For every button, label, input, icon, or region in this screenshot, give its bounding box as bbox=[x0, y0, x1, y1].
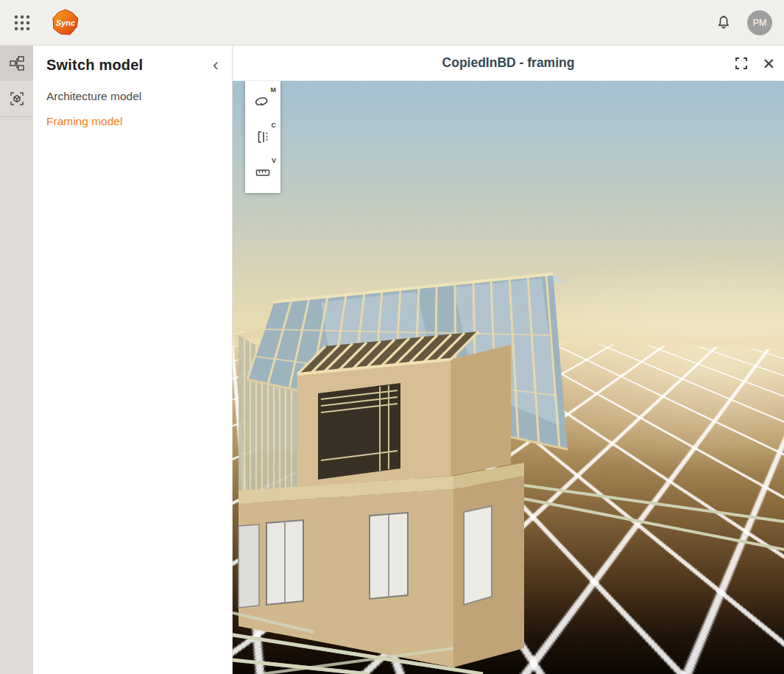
fullscreen-button[interactable] bbox=[734, 56, 749, 71]
measure-shortcut: V bbox=[272, 157, 276, 164]
sync-logo[interactable]: Sync bbox=[52, 9, 80, 37]
object-select-icon bbox=[9, 91, 25, 107]
bell-icon bbox=[715, 14, 732, 32]
measure-tool-button[interactable]: V bbox=[245, 155, 280, 190]
foreground-joists bbox=[233, 613, 483, 674]
rail-divider bbox=[0, 116, 33, 117]
notifications-button[interactable] bbox=[715, 14, 732, 32]
framing-model-3d bbox=[233, 81, 784, 674]
rail-model-tree-button[interactable] bbox=[0, 46, 33, 81]
ground-grid-plane bbox=[233, 113, 784, 356]
app-grid-icon bbox=[13, 14, 31, 32]
viewer-header: CopiedInBD - framing ✕ bbox=[233, 46, 784, 81]
chevron-left-icon: ‹ bbox=[213, 55, 219, 74]
fullscreen-icon bbox=[734, 56, 749, 71]
topbar: Sync PM bbox=[0, 0, 784, 46]
viewer-title: CopiedInBD - framing bbox=[442, 55, 575, 71]
panel-header: Switch model ‹ bbox=[33, 46, 232, 84]
horizon-haze bbox=[233, 336, 784, 348]
clip-section-tool-button[interactable]: C bbox=[245, 119, 280, 155]
left-rail bbox=[0, 46, 33, 674]
side-beams bbox=[520, 485, 784, 550]
sun-glow bbox=[398, 235, 784, 472]
clip-section-icon bbox=[255, 129, 271, 145]
switch-model-panel: Switch model ‹ Architecture model Framin… bbox=[33, 46, 233, 674]
avatar-initials: PM bbox=[753, 18, 767, 28]
collapse-panel-button[interactable]: ‹ bbox=[210, 56, 222, 74]
topbar-right: PM bbox=[715, 10, 784, 35]
orbit-icon bbox=[255, 94, 271, 110]
close-icon: ✕ bbox=[762, 56, 775, 71]
header-actions: ✕ bbox=[734, 46, 775, 81]
avatar[interactable]: PM bbox=[747, 10, 772, 35]
sidebar-item-framing-model[interactable]: Framing model bbox=[33, 109, 232, 134]
viewer-canvas[interactable]: M C V bbox=[233, 81, 784, 674]
lower-floor bbox=[239, 463, 524, 667]
back-wall-framing bbox=[239, 335, 297, 497]
close-viewer-button[interactable]: ✕ bbox=[762, 56, 775, 71]
viewer-toolbar: M C V bbox=[245, 81, 280, 193]
roof-framing bbox=[247, 274, 568, 449]
app-launcher-button[interactable] bbox=[7, 8, 37, 38]
ground-grid bbox=[233, 340, 784, 674]
sync-logo-icon: Sync bbox=[52, 9, 80, 37]
orbit-shortcut: M bbox=[271, 86, 277, 94]
main-area: CopiedInBD - framing ✕ bbox=[233, 46, 784, 674]
rail-object-select-button[interactable] bbox=[0, 81, 33, 116]
model-tree-icon bbox=[9, 55, 25, 71]
clip-shortcut: C bbox=[272, 122, 277, 129]
sidebar-item-architecture-model[interactable]: Architecture model bbox=[33, 84, 232, 109]
logo-text: Sync bbox=[56, 18, 75, 27]
panel-title: Switch model bbox=[46, 57, 210, 74]
upper-floor bbox=[297, 331, 511, 487]
orbit-tool-button[interactable]: M bbox=[245, 84, 280, 119]
measure-icon bbox=[255, 164, 271, 180]
